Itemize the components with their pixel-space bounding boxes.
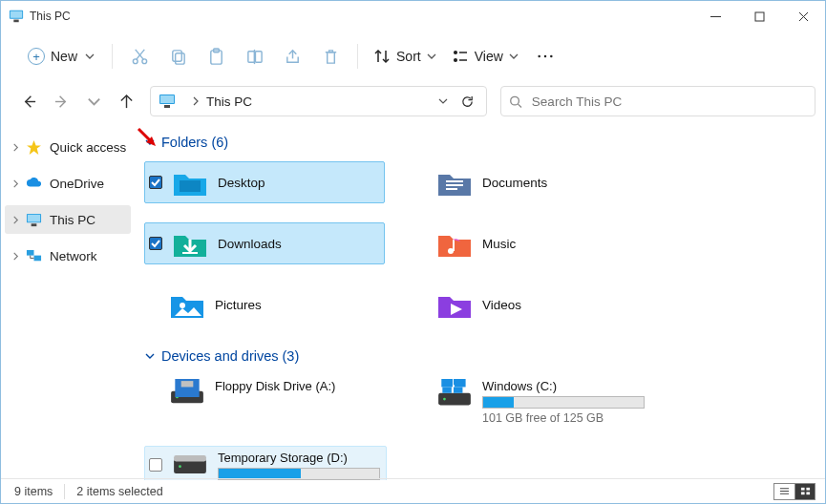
documents-folder-icon [436,165,473,200]
sidebar-item-label: Quick access [50,140,126,155]
checkbox-unchecked[interactable] [149,458,162,472]
chevron-down-icon [85,52,95,61]
recent-locations-button[interactable] [79,84,108,118]
chevron-down-icon[interactable] [144,350,156,362]
floppy-drive-icon [169,379,205,408]
group-header-drives[interactable]: Devices and drives (3) [144,341,812,371]
svg-point-24 [550,55,553,58]
new-label: New [51,49,77,64]
status-bar: 9 items 2 items selected [1,478,825,503]
location-monitor-icon [159,93,176,110]
svg-rect-12 [175,52,184,63]
tiles-view-button[interactable] [794,483,815,500]
svg-rect-36 [32,223,37,226]
delete-button[interactable] [311,40,349,73]
more-button[interactable] [526,40,564,73]
paste-button[interactable] [197,40,235,73]
drive-item-temp-storage-d[interactable]: Temporary Storage (D:) 3.94 GB free of 7… [144,446,387,480]
sort-button[interactable]: Sort [366,40,444,73]
up-button[interactable] [112,84,140,118]
address-segment[interactable]: This PC [206,94,252,109]
svg-point-19 [454,59,456,62]
drive-item-windows-c[interactable]: Windows (C:) 101 GB free of 125 GB [412,375,652,430]
svg-rect-16 [255,51,262,61]
checkbox-checked[interactable] [149,237,162,250]
sidebar-item-label: Network [50,249,97,263]
folder-label: Desktop [218,176,265,190]
svg-rect-29 [160,95,174,103]
svg-point-31 [511,96,519,105]
svg-rect-64 [442,388,451,393]
svg-rect-62 [442,379,451,385]
command-toolbar: + New Sort View [1,32,825,81]
share-button[interactable] [273,40,311,73]
sidebar-item-quick-access[interactable]: Quick access [5,133,131,161]
folder-item-pictures[interactable]: Pictures [144,284,385,326]
drive-label: Temporary Storage (D:) [218,451,380,465]
svg-point-18 [454,52,456,54]
folder-item-downloads[interactable]: Downloads [144,222,385,264]
svg-rect-15 [247,51,254,61]
desktop-folder-icon [172,165,208,200]
svg-rect-75 [806,492,810,494]
downloads-folder-icon [172,226,208,261]
folder-item-music[interactable]: Music [412,222,652,264]
chevron-down-icon[interactable] [144,136,156,148]
view-icon [452,48,469,65]
drive-usage-bar [482,396,645,409]
address-history-dropdown[interactable] [433,96,454,106]
main-split: Quick access OneDrive This PC Network Fo… [1,127,825,480]
search-input[interactable] [532,94,807,109]
music-folder-icon [436,226,473,261]
svg-rect-43 [180,180,201,192]
close-button[interactable] [781,1,825,32]
svg-rect-72 [800,488,804,491]
sort-label: Sort [396,49,421,64]
chevron-right-icon[interactable] [9,213,22,226]
view-button[interactable]: View [444,40,526,73]
chevron-right-icon[interactable] [9,140,22,154]
status-item-count: 9 items [14,485,53,498]
search-icon [509,94,522,109]
maximize-button[interactable] [737,1,781,32]
svg-rect-49 [453,240,455,251]
checkbox-checked[interactable] [149,176,162,189]
cut-button[interactable] [120,40,159,73]
folder-item-desktop[interactable]: Desktop [144,161,385,203]
folder-item-videos[interactable]: Videos [412,284,652,326]
titlebar-monitor-icon [9,9,24,24]
details-view-button[interactable] [773,483,794,500]
titlebar: This PC [1,1,825,32]
sidebar-item-this-pc[interactable]: This PC [5,205,131,234]
view-label: View [475,49,503,64]
refresh-button[interactable] [454,94,480,109]
separator [357,44,358,69]
windows-drive-icon [436,379,473,408]
rename-button[interactable] [235,40,273,73]
forward-button[interactable] [47,84,75,118]
chevron-right-icon[interactable] [191,96,201,106]
new-button[interactable]: + New [18,40,104,73]
chevron-right-icon[interactable] [9,177,22,190]
folders-grid: Desktop Documents Downloads Music Pictu [144,158,812,341]
svg-rect-4 [755,12,764,21]
chevron-right-icon[interactable] [9,249,22,262]
back-button[interactable] [14,84,43,118]
address-bar[interactable]: This PC [150,86,487,116]
window-controls [693,1,825,32]
folder-item-documents[interactable]: Documents [412,161,652,203]
search-box[interactable] [500,86,815,116]
drive-item-floppy[interactable]: Floppy Disk Drive (A:) [144,375,385,430]
sidebar-item-network[interactable]: Network [5,242,131,270]
svg-rect-44 [446,180,463,182]
copy-button[interactable] [159,40,197,73]
svg-point-67 [179,466,181,469]
navigation-pane: Quick access OneDrive This PC Network [1,127,135,480]
minimize-button[interactable] [693,1,737,32]
content-pane: Folders (6) Desktop Documents Downloads [135,127,825,480]
svg-rect-11 [172,50,181,60]
sidebar-item-onedrive[interactable]: OneDrive [5,169,131,198]
drives-grid: Floppy Disk Drive (A:) Windows (C:) 101 … [144,371,812,480]
navigation-row: This PC [1,81,825,121]
group-header-folders[interactable]: Folders (6) [144,127,812,158]
